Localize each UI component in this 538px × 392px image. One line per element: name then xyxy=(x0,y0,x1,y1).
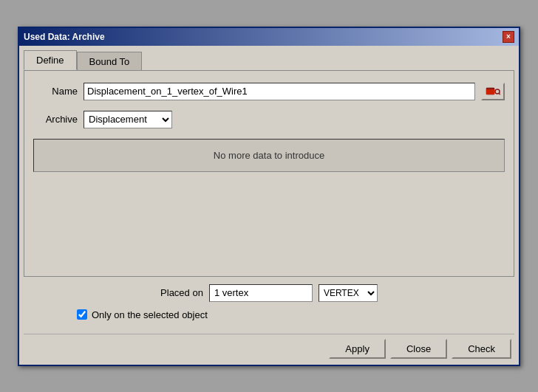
name-label: Name xyxy=(33,86,78,97)
tab-content-define: Name Archive Displacement xyxy=(24,70,514,277)
window-title: Used Data: Archive xyxy=(24,32,105,42)
placed-on-row: Placed on VERTEX xyxy=(33,284,505,302)
bottom-area: Placed on VERTEX Only on the selected ob… xyxy=(24,277,514,334)
checkbox-label: Only on the selected object xyxy=(92,309,208,320)
archive-label: Archive xyxy=(33,114,78,125)
tab-bar: Define Bound To xyxy=(24,50,514,70)
placed-on-label: Placed on xyxy=(160,287,203,298)
check-button[interactable]: Check xyxy=(452,339,511,359)
info-box: No more data to introduce xyxy=(33,139,505,172)
main-window: Used Data: Archive × Define Bound To Nam… xyxy=(18,27,520,366)
title-bar: Used Data: Archive × xyxy=(19,28,519,46)
placed-on-input[interactable] xyxy=(209,284,313,302)
name-row: Name xyxy=(33,83,505,100)
window-body: Define Bound To Name xyxy=(19,46,519,365)
archive-select[interactable]: Displacement xyxy=(84,111,172,128)
svg-rect-2 xyxy=(486,88,490,89)
close-button-bottom[interactable]: Close xyxy=(390,339,447,359)
button-row: Apply Close Check xyxy=(24,334,514,360)
archive-row: Archive Displacement xyxy=(33,111,505,128)
vertex-select[interactable]: VERTEX xyxy=(319,284,378,302)
browse-button[interactable] xyxy=(481,83,505,100)
selected-object-checkbox[interactable] xyxy=(77,309,87,320)
checkbox-row: Only on the selected object xyxy=(77,309,505,320)
tab-define[interactable]: Define xyxy=(24,50,77,70)
spacer xyxy=(33,178,505,207)
svg-marker-1 xyxy=(486,89,494,94)
svg-point-3 xyxy=(495,89,500,94)
close-button[interactable]: × xyxy=(503,31,514,43)
apply-button[interactable]: Apply xyxy=(329,339,386,359)
svg-line-4 xyxy=(499,93,500,94)
tab-bound-to[interactable]: Bound To xyxy=(77,52,143,72)
name-input[interactable] xyxy=(84,83,475,100)
browse-icon xyxy=(486,86,500,97)
